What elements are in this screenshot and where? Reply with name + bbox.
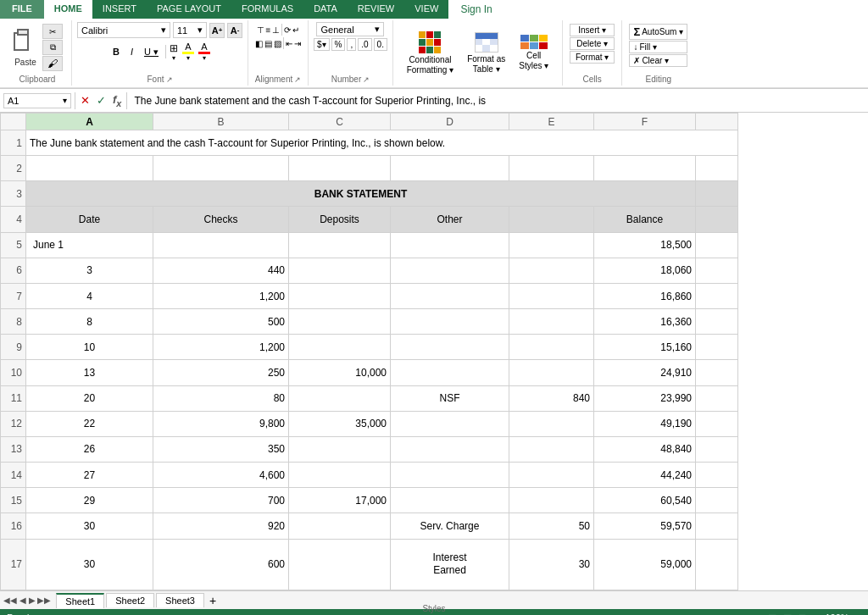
cell-f15[interactable]: 60,540 bbox=[594, 488, 696, 513]
cell-c11[interactable] bbox=[289, 385, 391, 411]
cell-f12[interactable]: 49,190 bbox=[594, 411, 696, 436]
cell-f11[interactable]: 23,990 bbox=[594, 385, 696, 411]
cell-e12[interactable] bbox=[509, 411, 594, 436]
cell-e7[interactable] bbox=[509, 283, 594, 308]
format-cells-button[interactable]: Format ▾ bbox=[570, 51, 615, 64]
conditional-formatting-button[interactable]: ConditionalFormatting ▾ bbox=[402, 30, 459, 77]
autosum-button[interactable]: Σ AutoSum ▾ bbox=[629, 24, 687, 40]
cell-g10[interactable] bbox=[696, 360, 738, 385]
review-tab[interactable]: REVIEW bbox=[348, 0, 404, 19]
cell-b8[interactable]: 500 bbox=[153, 309, 289, 335]
cell-c8[interactable] bbox=[289, 309, 391, 335]
cell-a14[interactable]: 27 bbox=[26, 463, 153, 488]
cell-c17[interactable] bbox=[289, 539, 391, 590]
row-header-13[interactable]: 13 bbox=[1, 436, 26, 462]
cell-e15[interactable] bbox=[509, 488, 594, 513]
cell-g14[interactable] bbox=[696, 463, 738, 488]
row-header-14[interactable]: 14 bbox=[1, 463, 26, 488]
row-header-9[interactable]: 9 bbox=[1, 335, 26, 360]
clear-button[interactable]: ✗ Clear ▾ bbox=[629, 54, 687, 67]
sheet-tab-2[interactable]: Sheet2 bbox=[106, 593, 154, 607]
cell-f4[interactable]: Balance bbox=[594, 207, 696, 232]
cell-d14[interactable] bbox=[391, 463, 509, 488]
decrease-decimal-button[interactable]: .0 bbox=[358, 38, 371, 51]
copy-button[interactable]: ⧉ bbox=[42, 40, 63, 55]
cell-a13[interactable]: 26 bbox=[26, 436, 153, 462]
insert-function-icon[interactable]: fx bbox=[111, 93, 123, 108]
cell-a16[interactable]: 30 bbox=[26, 513, 153, 539]
row-header-6[interactable]: 6 bbox=[1, 258, 26, 283]
row-header-1[interactable]: 1 bbox=[1, 130, 26, 156]
cell-g15[interactable] bbox=[696, 488, 738, 513]
cell-f6[interactable]: 18,060 bbox=[594, 258, 696, 283]
cell-d9[interactable] bbox=[391, 335, 509, 360]
cell-g17[interactable] bbox=[696, 539, 738, 590]
cell-a3-merged[interactable]: BANK STATEMENT bbox=[26, 181, 696, 207]
cell-g12[interactable] bbox=[696, 411, 738, 436]
row-header-11[interactable]: 11 bbox=[1, 385, 26, 411]
formulas-tab[interactable]: FORMULAS bbox=[231, 0, 303, 19]
sign-in-button[interactable]: Sign In bbox=[448, 0, 504, 19]
align-left-button[interactable]: ◧ bbox=[255, 39, 263, 48]
cell-e8[interactable] bbox=[509, 309, 594, 335]
cell-e4[interactable] bbox=[509, 207, 594, 232]
confirm-formula-icon[interactable]: ✓ bbox=[95, 94, 108, 107]
row-header-7[interactable]: 7 bbox=[1, 283, 26, 308]
cell-styles-button[interactable]: CellStyles ▾ bbox=[514, 33, 554, 73]
cell-d7[interactable] bbox=[391, 283, 509, 308]
cell-c5[interactable] bbox=[289, 232, 391, 258]
row-header-4[interactable]: 4 bbox=[1, 207, 26, 232]
font-size-decrease[interactable]: A- bbox=[227, 23, 242, 38]
cell-a5[interactable]: June 1 bbox=[26, 232, 153, 258]
cell-c16[interactable] bbox=[289, 513, 391, 539]
cell-c10[interactable]: 10,000 bbox=[289, 360, 391, 385]
cell-b7[interactable]: 1,200 bbox=[153, 283, 289, 308]
row-header-2[interactable]: 2 bbox=[1, 156, 26, 181]
cell-e11[interactable]: 840 bbox=[509, 385, 594, 411]
cell-f8[interactable]: 16,360 bbox=[594, 309, 696, 335]
cell-a1[interactable]: The June bank statement and the cash T-a… bbox=[26, 130, 738, 156]
decrease-indent-button[interactable]: ⇤ bbox=[286, 39, 292, 48]
cell-a12[interactable]: 22 bbox=[26, 411, 153, 436]
cell-b11[interactable]: 80 bbox=[153, 385, 289, 411]
cell-d12[interactable] bbox=[391, 411, 509, 436]
delete-cells-button[interactable]: Delete ▾ bbox=[570, 37, 615, 50]
insert-cells-button[interactable]: Insert ▾ bbox=[570, 24, 615, 36]
bold-button[interactable]: B bbox=[108, 45, 124, 58]
cell-d5[interactable] bbox=[391, 232, 509, 258]
cell-b13[interactable]: 350 bbox=[153, 436, 289, 462]
currency-button[interactable]: $▾ bbox=[314, 38, 330, 51]
cell-b16[interactable]: 920 bbox=[153, 513, 289, 539]
row-header-12[interactable]: 12 bbox=[1, 411, 26, 436]
add-sheet-button[interactable]: + bbox=[209, 594, 216, 607]
cell-e6[interactable] bbox=[509, 258, 594, 283]
paste-button[interactable]: Paste ✂ ⧉ 🖌 bbox=[8, 22, 66, 73]
number-format-selector[interactable]: General▾ bbox=[316, 22, 384, 36]
row-header-5[interactable]: 5 bbox=[1, 232, 26, 258]
cell-c6[interactable] bbox=[289, 258, 391, 283]
align-right-button[interactable]: ▧ bbox=[274, 39, 281, 48]
cell-d4[interactable]: Other bbox=[391, 207, 509, 232]
col-header-f[interactable]: F bbox=[594, 114, 696, 130]
comma-button[interactable]: , bbox=[347, 38, 356, 51]
angle-text-button[interactable]: ⟳ bbox=[284, 25, 291, 35]
percent-button[interactable]: % bbox=[331, 38, 346, 51]
row-header-15[interactable]: 15 bbox=[1, 488, 26, 513]
cell-b12[interactable]: 9,800 bbox=[153, 411, 289, 436]
cell-d2[interactable] bbox=[391, 156, 509, 181]
col-header-e[interactable]: E bbox=[509, 114, 594, 130]
cell-a6[interactable]: 3 bbox=[26, 258, 153, 283]
cell-e17[interactable]: 30 bbox=[509, 539, 594, 590]
format-as-table-button[interactable]: Format asTable ▾ bbox=[462, 30, 510, 76]
cell-f5[interactable]: 18,500 bbox=[594, 232, 696, 258]
cell-f7[interactable]: 16,860 bbox=[594, 283, 696, 308]
cell-b2[interactable] bbox=[153, 156, 289, 181]
cell-f2[interactable] bbox=[594, 156, 696, 181]
row-header-8[interactable]: 8 bbox=[1, 309, 26, 335]
cell-a11[interactable]: 20 bbox=[26, 385, 153, 411]
cell-c14[interactable] bbox=[289, 463, 391, 488]
font-size-selector[interactable]: 11 ▾ bbox=[173, 22, 207, 38]
italic-button[interactable]: I bbox=[126, 45, 137, 58]
cell-e13[interactable] bbox=[509, 436, 594, 462]
cell-c13[interactable] bbox=[289, 436, 391, 462]
